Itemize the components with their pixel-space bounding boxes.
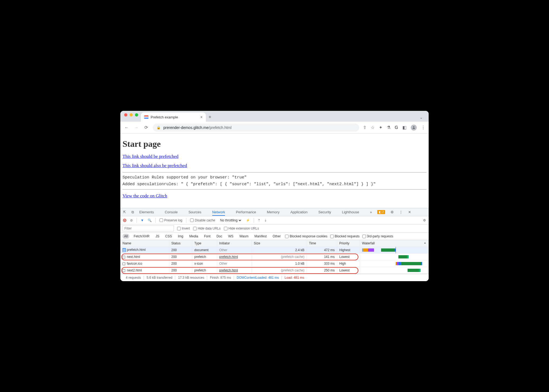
network-row[interactable]: favicon.ico200x-iconOther1.0 kB333 msHig… (120, 260, 429, 267)
invert-checkbox[interactable]: Invert (177, 227, 190, 230)
page-title: Start page (123, 139, 426, 149)
type-filter-manifest[interactable]: Manifest (253, 234, 268, 239)
menu-button[interactable]: ⋮ (421, 125, 425, 130)
search-icon[interactable]: 🔍 (148, 218, 152, 222)
share-icon[interactable]: ⇧ (363, 125, 366, 130)
lock-icon: 🔒 (157, 126, 161, 129)
devtools-tab-memory[interactable]: Memory (267, 210, 280, 214)
network-table: NameStatusTypeInitiatorSizeTimePriorityW… (120, 240, 429, 274)
type-filter-js[interactable]: JS (154, 234, 161, 239)
network-row[interactable]: prefetch.html200documentOther2.4 kB472 m… (120, 247, 429, 253)
type-filter-ws[interactable]: WS (227, 234, 235, 239)
third-party-checkbox[interactable]: 3rd-party requests (362, 234, 393, 238)
network-settings-icon[interactable]: ⚙ (423, 218, 426, 222)
network-toolbar: ⊘ ▼ 🔍 Preserve log Disable cache No thro… (120, 216, 429, 224)
labs-icon[interactable]: ⚗ (387, 125, 391, 130)
blocked-requests-checkbox[interactable]: Blocked requests (330, 234, 360, 238)
devtools-tab-application[interactable]: Application (290, 210, 308, 214)
type-filter-media[interactable]: Media (188, 234, 200, 239)
disable-cache-checkbox[interactable]: Disable cache (190, 218, 215, 222)
record-button[interactable] (123, 219, 126, 222)
devtools-tab-sources[interactable]: Sources (188, 210, 201, 214)
type-filter-other[interactable]: Other (271, 234, 282, 239)
resource-icon (123, 256, 125, 258)
kebab-icon[interactable]: ⋮ (399, 210, 403, 214)
close-tab-button[interactable]: × (200, 115, 203, 119)
profile-button[interactable] (411, 125, 417, 131)
col-initiator[interactable]: Initiator (217, 240, 252, 247)
close-window-button[interactable] (124, 113, 127, 117)
settings-icon[interactable]: ⚙ (391, 210, 394, 214)
prefetch-link-2[interactable]: This link should also be prefetched (123, 163, 187, 168)
devtools-tab-lighthouse[interactable]: Lighthouse (342, 210, 359, 214)
type-filter-all[interactable]: All (123, 234, 129, 239)
col-time[interactable]: Time (307, 240, 337, 247)
network-row[interactable]: next.html200prefetchprefetch.html(prefet… (120, 253, 429, 260)
back-button[interactable]: ← (124, 125, 130, 130)
code-line-2: Added speculationrules: " { "prefetch": … (123, 182, 426, 187)
forward-button[interactable]: → (133, 125, 139, 130)
status-transferred: 5.6 kB transferred (144, 276, 175, 280)
close-devtools-button[interactable]: ✕ (408, 210, 411, 214)
resource-type-filters: AllFetch/XHRJSCSSImgMediaFontDocWSWasmMa… (120, 233, 429, 240)
divider (123, 189, 426, 190)
network-row[interactable]: next2.html200prefetchprefetch.html(prefe… (120, 267, 429, 274)
url-host: prerender-demos.glitch.me (163, 125, 209, 130)
devtools-tab-elements[interactable]: Elements (139, 210, 154, 214)
bookmark-icon[interactable]: ☆ (371, 125, 375, 130)
glitch-link[interactable]: View the code on Glitch (123, 193, 167, 198)
code-line-1: Speculation Rules supported on your brow… (123, 175, 426, 180)
preserve-log-checkbox[interactable]: Preserve log (160, 218, 182, 222)
inspect-icon[interactable]: ⇱ (123, 210, 126, 214)
warnings-badge[interactable]: ◧ 2 (377, 210, 385, 214)
toolbar-actions: ⇧ ☆ ✦ ⚗ G ◧ ⋮ (363, 125, 425, 131)
device-icon[interactable]: ⧉ (131, 210, 134, 214)
extensions-icon[interactable]: ✦ (379, 125, 382, 130)
status-requests: 4 requests (123, 276, 144, 280)
tabs-menu-button[interactable]: ⌄ (420, 115, 426, 122)
type-filter-fetch-xhr[interactable]: Fetch/XHR (132, 234, 151, 239)
col-size[interactable]: Size (252, 240, 307, 247)
minimize-window-button[interactable] (130, 113, 133, 117)
type-filter-font[interactable]: Font (202, 234, 212, 239)
page-content: Start page This link should be prefetche… (120, 134, 429, 208)
network-conditions-icon[interactable]: ⚡ (246, 218, 250, 222)
tab-title: Prefetch example (151, 115, 178, 119)
devtools: ⇱ ⧉ ElementsConsoleSourcesNetworkPerform… (120, 208, 429, 281)
window-controls (123, 113, 141, 119)
status-load: Load: 481 ms (282, 276, 307, 280)
devtools-tab-network[interactable]: Network (212, 210, 225, 216)
filter-toggle-icon[interactable]: ▼ (141, 218, 144, 222)
col-waterfall[interactable]: Waterfall (360, 240, 429, 247)
maximize-window-button[interactable] (135, 113, 138, 117)
filter-input[interactable] (123, 225, 174, 231)
col-type[interactable]: Type (192, 240, 217, 247)
clear-button[interactable]: ⊘ (130, 218, 133, 222)
type-filter-img[interactable]: Img (176, 234, 185, 239)
type-filter-doc[interactable]: Doc (215, 234, 224, 239)
col-priority[interactable]: Priority (337, 240, 360, 247)
hide-data-urls-checkbox[interactable]: Hide data URLs (193, 227, 221, 230)
new-tab-button[interactable]: + (206, 114, 214, 122)
address-bar[interactable]: 🔒 prerender-demos.glitch.me/prefetch.htm… (153, 124, 359, 132)
col-status[interactable]: Status (169, 240, 192, 247)
browser-window: Prefetch example × + ⌄ ← → ⟳ 🔒 prerender… (120, 111, 429, 281)
panel-icon[interactable]: ◧ (402, 125, 406, 130)
devtools-tab-performance[interactable]: Performance (236, 210, 256, 214)
devtools-tab-security[interactable]: Security (318, 210, 331, 214)
type-filter-css[interactable]: CSS (164, 234, 174, 239)
reload-button[interactable]: ⟳ (143, 125, 149, 130)
hide-extension-urls-checkbox[interactable]: Hide extension URLs (224, 227, 259, 230)
col-name[interactable]: Name (120, 240, 169, 247)
upload-har-icon[interactable]: ⇡ (258, 218, 260, 222)
type-filter-wasm[interactable]: Wasm (238, 234, 250, 239)
blocked-cookies-checkbox[interactable]: Blocked response cookies (285, 234, 327, 238)
devtools-tab-console[interactable]: Console (165, 210, 178, 214)
browser-tab[interactable]: Prefetch example × (141, 112, 206, 122)
throttling-select[interactable]: No throttling (219, 218, 242, 222)
prefetch-link-1[interactable]: This link should be prefetched (123, 154, 178, 159)
more-tabs-button[interactable]: » (370, 210, 372, 214)
google-icon[interactable]: G (395, 125, 398, 130)
download-har-icon[interactable]: ⇣ (264, 218, 267, 222)
favicon-icon (144, 115, 148, 119)
